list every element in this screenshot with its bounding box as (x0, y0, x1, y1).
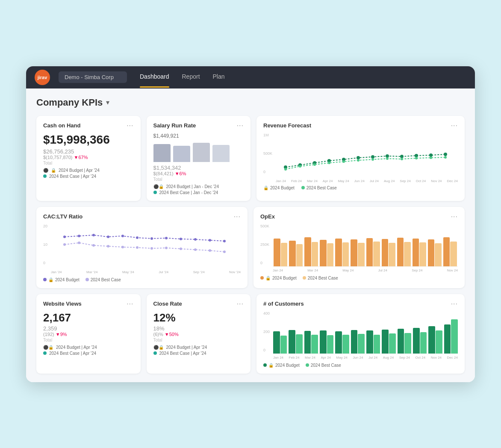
customers-card-menu[interactable]: ··· (451, 300, 458, 308)
svg-point-20 (401, 158, 403, 160)
website-views-card: Website Views ··· 2,167 2,359 (192) ▼9% … (36, 294, 141, 374)
tab-report[interactable]: Report (182, 73, 200, 82)
tab-dashboard[interactable]: Dashboard (140, 73, 169, 82)
svg-point-30 (150, 237, 153, 240)
svg-point-43 (165, 247, 168, 249)
cac-budget-dot (43, 278, 47, 281)
opex-group-apr (320, 240, 333, 266)
svg-point-35 (223, 240, 226, 242)
salary-card-header: Salary Run Rate ··· (153, 122, 244, 130)
cash-legend2: 2024 Best Case | Apr '24 (43, 174, 134, 179)
tab-plan[interactable]: Plan (213, 73, 225, 82)
svg-point-29 (136, 236, 139, 239)
salary-bar-4 (212, 145, 230, 162)
svg-point-32 (180, 238, 182, 240)
website-diff-amount: (192) (43, 332, 54, 337)
cac-legend: 🔒 2024 Budget 2024 Best Case (43, 277, 241, 282)
top-kpi-row: Cash on Hand ··· $15,998,366 $26,756,235… (36, 116, 465, 201)
revenue-svg (276, 133, 458, 176)
close-legend2-text: 2024 Best Case | Apr '24 (159, 351, 206, 356)
svg-point-16 (342, 160, 345, 163)
cust-group-nov (428, 326, 442, 354)
salary-bar-3 (193, 143, 210, 162)
close-card-menu[interactable]: ··· (237, 300, 244, 308)
close-sub-value: 18% (153, 325, 244, 332)
opex-group-nov (428, 239, 442, 266)
opex-group-jan (274, 239, 287, 266)
cash-diff: $(10,757,870) ▼67% (43, 155, 134, 160)
cust-group-aug (382, 330, 395, 354)
opex-group-aug (382, 239, 395, 266)
lock-emoji: 🔒 (51, 168, 56, 173)
cust-legend2-text: 2024 Best Case (311, 363, 341, 368)
search-input[interactable] (59, 71, 127, 83)
revenue-legend-budget: 🔒 2024 Budget (263, 186, 295, 190)
website-card-menu[interactable]: ··· (127, 300, 133, 308)
website-big-value: 2,167 (43, 311, 134, 324)
svg-point-8 (400, 155, 404, 158)
website-legend2: 2024 Best Case | Apr '24 (43, 351, 134, 356)
revenue-chart-area: Jan 24Feb 24Mar 24Apr 24 May 24Jun 24Jul… (276, 133, 458, 183)
chevron-down-icon[interactable]: ▾ (106, 98, 109, 106)
opex-group-mar (304, 237, 318, 266)
cust-group-dec (444, 319, 458, 354)
cac-ltv-card: CAC:LTV Ratio ··· 20100 (36, 207, 248, 288)
cust-group-oct (413, 328, 427, 354)
svg-point-41 (136, 246, 139, 249)
customers-chart-container: 4002000 (263, 311, 458, 360)
salary-diff-pct: ▼6% (175, 171, 186, 176)
opex-budget-bar (274, 239, 280, 266)
website-total-label: Total (43, 338, 134, 342)
svg-point-44 (180, 248, 182, 250)
cac-lock: 🔒 (48, 277, 53, 282)
cash-legend2-text: 2024 Best Case | Apr '24 (49, 174, 96, 179)
close-diff-amount: (6)% (153, 332, 163, 337)
cust-budget-dot (263, 363, 267, 367)
cac-legend2-text: 2024 Best Case (91, 277, 121, 282)
cac-card-menu[interactable]: ··· (234, 213, 241, 221)
cac-x-labels: Jan '24Mar '24May '24Jul '24 Sep '24Nov … (51, 270, 241, 274)
opex-y-axis: 500K250K0 (260, 224, 269, 271)
svg-point-7 (386, 154, 389, 158)
svg-point-15 (328, 162, 330, 164)
opex-group-feb (289, 241, 303, 266)
cac-card-header: CAC:LTV Ratio ··· (43, 213, 241, 221)
customers-chart-area: Jan 24Feb 24Mar 24Apr 24 May 24Jun 24Jul… (273, 311, 458, 360)
salary-best-dot (153, 191, 157, 194)
cash-diff-amount: $(10,757,870) (43, 155, 73, 160)
svg-point-21 (415, 157, 418, 159)
opex-legend-bestcase: 2024 Best Case (303, 276, 338, 280)
cust-group-apr (320, 330, 333, 354)
cust-legend1-text: 2024 Budget (275, 363, 300, 368)
close-legend1: ⚫🔒 2024 Budget | Apr '24 (153, 345, 244, 350)
close-legend2: 2024 Best Case | Apr '24 (153, 351, 244, 356)
nav-tabs: Dashboard Report Plan (140, 73, 225, 82)
website-card-header: Website Views ··· (43, 300, 134, 308)
cust-group-feb (289, 330, 302, 354)
cac-chart-area: Jan '24Mar '24May '24Jul '24 Sep '24Nov … (51, 224, 241, 274)
salary-card-title: Salary Run Rate (153, 122, 196, 129)
close-card-header: Close Rate ··· (153, 300, 244, 308)
cash-card-menu[interactable]: ··· (127, 122, 133, 130)
cust-group-jun (351, 330, 365, 354)
close-rate-card: Close Rate ··· 12% 18% (6)% ▼50% Total ⚫… (147, 294, 251, 374)
opex-chart-container: 500K250K0 (260, 224, 458, 272)
cust-group-jan (273, 331, 287, 354)
cust-group-jul (366, 330, 380, 354)
revenue-chart-container: 1M 500K 0 (263, 133, 458, 183)
cash-total-label: Total (43, 161, 134, 165)
svg-point-33 (194, 238, 197, 241)
website-sub-value: 2,359 (43, 325, 134, 332)
opex-card-menu[interactable]: ··· (451, 213, 458, 221)
salary-card-menu[interactable]: ··· (237, 122, 244, 130)
revenue-card-menu[interactable]: ··· (451, 122, 458, 130)
salary-total-label: Total (153, 177, 244, 182)
logo-text: jirav (38, 75, 47, 80)
svg-point-19 (386, 157, 389, 160)
cac-chart-container: 20100 (43, 224, 241, 274)
opex-budget-dot (260, 276, 264, 280)
svg-point-45 (194, 248, 197, 251)
revenue-legend1-text: 2024 Budget (270, 186, 295, 190)
svg-point-5 (357, 156, 360, 159)
revenue-legend-bestcase: 2024 Best Case (301, 186, 337, 190)
